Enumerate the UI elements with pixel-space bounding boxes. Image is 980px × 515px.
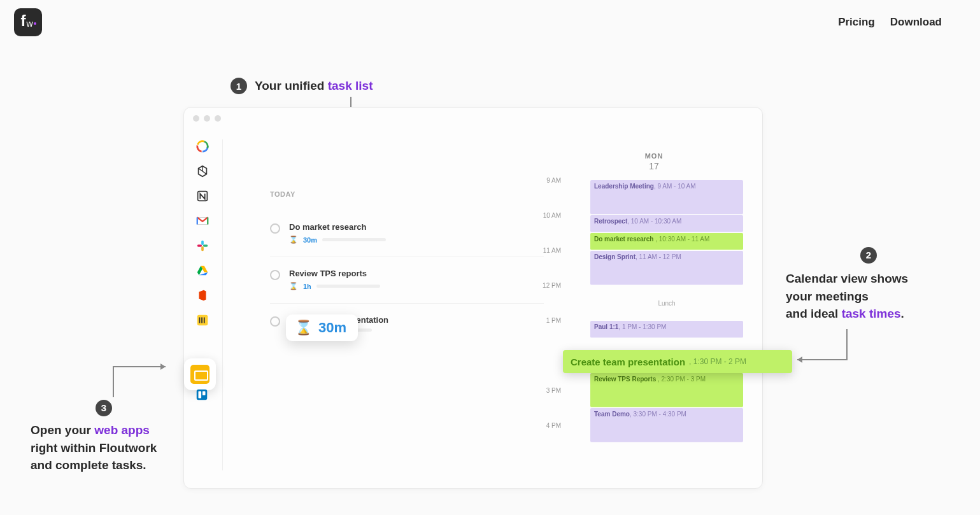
task-progress-bar bbox=[322, 238, 386, 241]
calendar-event[interactable]: Lunch bbox=[590, 286, 743, 320]
callout-3-line1a: Open your bbox=[31, 423, 94, 437]
trello-icon[interactable] bbox=[195, 388, 209, 402]
event-time: , 1 PM - 1:30 PM bbox=[618, 323, 666, 330]
callout-3-badge: 3 bbox=[96, 400, 112, 416]
window-traffic-lights bbox=[193, 115, 221, 122]
hour-label: 1 PM bbox=[546, 317, 561, 324]
callout-1-text-a: Your unified bbox=[255, 79, 328, 92]
svg-rect-6 bbox=[201, 241, 204, 245]
svg-rect-8 bbox=[201, 246, 204, 251]
callout-2-line3c: . bbox=[901, 307, 904, 320]
app-window: TODAY Do market research ⌛ 30m Review TP… bbox=[183, 107, 763, 489]
hour-label: 12 PM bbox=[543, 282, 561, 289]
svg-rect-11 bbox=[197, 390, 208, 400]
calendar-event[interactable]: Do market research , 10:30 AM - 11 AM bbox=[590, 233, 743, 250]
callout-2: 2 Calendar view shows your meetings and … bbox=[786, 247, 951, 323]
hour-label: 9 AM bbox=[546, 177, 561, 184]
task-item-1[interactable]: Review TPS reports ⌛ 1h bbox=[270, 262, 544, 304]
calendar-event[interactable]: Design Sprint, 11 AM - 12 PM bbox=[590, 251, 743, 285]
event-title: Review TPS Reports bbox=[594, 376, 656, 383]
calendar-highlight-event[interactable]: Create team presentation , 1:30 PM - 2 P… bbox=[563, 350, 792, 373]
duration-popup[interactable]: ⌛ 30m bbox=[286, 314, 358, 341]
callout-2-line3b: task times bbox=[842, 307, 901, 320]
callout-2-line1: Calendar view shows bbox=[786, 270, 951, 288]
duration-popup-value: 30m bbox=[318, 320, 346, 336]
calendar: MON 17 9 AM10 AM11 AM12 PM1 PM3 PM4 PMLe… bbox=[565, 152, 743, 463]
event-title: Team Demo bbox=[594, 411, 630, 418]
callout-1-text-b: task list bbox=[328, 79, 373, 92]
task-title: Review TPS reports bbox=[289, 269, 544, 278]
sidebar-divider bbox=[222, 139, 223, 470]
event-time: , 10:30 AM - 11 AM bbox=[653, 236, 709, 243]
callout-3-line2: right within Floutwork bbox=[31, 439, 177, 457]
arrow-3 bbox=[112, 362, 172, 399]
task-title: Do market research bbox=[289, 222, 544, 232]
calendar-day-label: MON bbox=[565, 152, 743, 160]
openai-icon[interactable] bbox=[195, 164, 209, 178]
svg-rect-13 bbox=[202, 392, 206, 395]
highlight-event-title: Create team presentation bbox=[571, 356, 685, 367]
event-time: , 9 AM - 10 AM bbox=[654, 183, 696, 190]
page-header: fw Pricing Download bbox=[0, 0, 980, 45]
event-title: Design Sprint bbox=[594, 253, 636, 260]
svg-rect-9 bbox=[197, 244, 202, 247]
task-checkbox[interactable] bbox=[270, 316, 280, 327]
callout-2-line2: your meetings bbox=[786, 288, 951, 306]
hourglass-icon: ⌛ bbox=[295, 320, 312, 336]
office-icon[interactable] bbox=[195, 288, 209, 302]
nav-pricing[interactable]: Pricing bbox=[838, 16, 875, 29]
callout-3: 3 Open your web apps right within Floutw… bbox=[31, 400, 177, 474]
task-item-0[interactable]: Do market research ⌛ 30m bbox=[270, 216, 544, 257]
calendar-date-label: 17 bbox=[565, 161, 743, 171]
nav-download[interactable]: Download bbox=[890, 16, 942, 29]
callout-1-badge: 1 bbox=[231, 78, 247, 94]
task-checkbox[interactable] bbox=[270, 270, 280, 280]
task-checkbox[interactable] bbox=[270, 223, 280, 234]
today-label: TODAY bbox=[270, 190, 544, 198]
event-title: Leadership Meeting bbox=[594, 183, 654, 190]
gmail-icon[interactable] bbox=[195, 214, 209, 228]
task-duration: 1h bbox=[303, 283, 311, 290]
svg-rect-7 bbox=[203, 244, 208, 247]
arrow-2 bbox=[792, 328, 848, 365]
highlight-event-time: , 1:30 PM - 2 PM bbox=[689, 357, 746, 366]
event-time: , 11 AM - 12 PM bbox=[636, 253, 681, 260]
hour-label: 10 AM bbox=[543, 212, 561, 219]
event-time: , 3:30 PM - 4:30 PM bbox=[630, 411, 686, 418]
hourglass-icon: ⌛ bbox=[289, 236, 298, 244]
calendar-event[interactable]: Review TPS Reports , 2:30 PM - 3 PM bbox=[590, 373, 743, 407]
logo[interactable]: fw bbox=[14, 8, 42, 36]
task-progress-bar bbox=[316, 285, 380, 288]
miro-icon[interactable] bbox=[195, 313, 209, 327]
notion-icon[interactable] bbox=[195, 189, 209, 203]
svg-rect-12 bbox=[199, 392, 202, 399]
app-sidebar bbox=[192, 139, 213, 327]
hour-label: 11 AM bbox=[543, 247, 561, 254]
event-title: Paul 1:1 bbox=[594, 323, 618, 330]
calendar-event[interactable]: Leadership Meeting, 9 AM - 10 AM bbox=[590, 180, 743, 215]
calendar-event[interactable]: Retrospect, 10 AM - 10:30 AM bbox=[590, 215, 743, 232]
google-icon[interactable] bbox=[195, 139, 209, 153]
google-slides-icon[interactable] bbox=[184, 358, 216, 390]
callout-3-line3: and complete tasks. bbox=[31, 456, 177, 474]
calendar-event[interactable]: Team Demo, 3:30 PM - 4:30 PM bbox=[590, 408, 743, 442]
calendar-event[interactable]: Paul 1:1, 1 PM - 1:30 PM bbox=[590, 321, 743, 338]
event-title: Do market research bbox=[594, 236, 653, 243]
hour-label: 4 PM bbox=[546, 422, 561, 429]
callout-3-line1b: web apps bbox=[94, 423, 150, 437]
hourglass-icon: ⌛ bbox=[289, 282, 298, 290]
event-title: Retrospect bbox=[594, 218, 627, 225]
event-time: , 2:30 PM - 3 PM bbox=[656, 376, 706, 383]
calendar-grid: 9 AM10 AM11 AM12 PM1 PM3 PM4 PMLeadershi… bbox=[565, 180, 743, 463]
hour-label: 3 PM bbox=[546, 387, 561, 394]
gdrive-icon[interactable] bbox=[195, 264, 209, 278]
callout-2-line3a: and ideal bbox=[786, 307, 842, 320]
event-time: , 10 AM - 10:30 AM bbox=[627, 218, 681, 225]
task-duration: 30m bbox=[303, 236, 317, 244]
callout-1: 1 Your unified task list bbox=[231, 78, 373, 94]
slack-icon[interactable] bbox=[195, 239, 209, 253]
callout-2-badge: 2 bbox=[860, 247, 877, 264]
